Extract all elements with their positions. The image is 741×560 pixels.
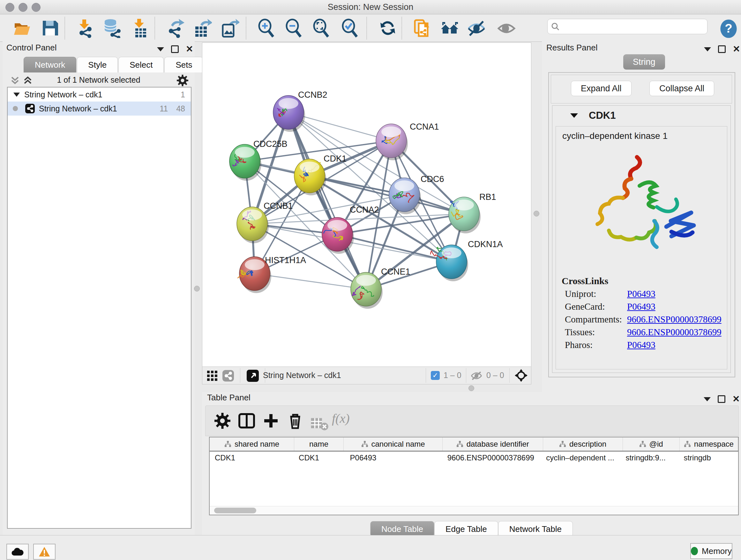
column-header-description[interactable]: description — [543, 437, 623, 451]
table-horizontal-scrollbar[interactable] — [210, 506, 738, 515]
network-collection-row[interactable]: String Network – cdk1 1 — [8, 87, 191, 102]
network-node[interactable]: CCNB2 — [273, 90, 327, 132]
network-node[interactable]: CDC6 — [389, 174, 444, 214]
network-row[interactable]: String Network – cdk1 11 48 — [8, 102, 191, 116]
node-label: RB1 — [479, 192, 496, 202]
left-splitter-handle[interactable] — [194, 286, 200, 292]
column-header-namespace[interactable]: namespace — [680, 437, 738, 451]
network-node[interactable]: CDKN1A — [430, 240, 503, 281]
tab-edge-table[interactable]: Edge Table — [434, 521, 498, 537]
grid-view-icon[interactable] — [207, 370, 218, 381]
panel-float-icon[interactable] — [718, 45, 726, 53]
network-options-gear-icon[interactable] — [176, 74, 189, 87]
table-cell[interactable]: CDK1 — [210, 451, 293, 464]
table-cell[interactable]: P06493 — [345, 451, 442, 464]
export-table-icon[interactable] — [192, 18, 212, 38]
crosslink-value-link[interactable]: P06493 — [627, 301, 656, 312]
tab-network[interactable]: Network — [23, 57, 76, 72]
current-network-title: String Network – cdk1 — [263, 371, 341, 380]
tab-node-table[interactable]: Node Table — [370, 521, 434, 537]
zoom-selected-icon[interactable] — [340, 18, 360, 38]
cloud-button[interactable] — [6, 544, 29, 560]
panel-menu-icon[interactable] — [704, 47, 711, 51]
column-header-name[interactable]: name — [294, 437, 344, 451]
open-file-icon[interactable] — [12, 18, 32, 38]
show-all-icon[interactable] — [496, 18, 516, 38]
import-database-icon[interactable] — [102, 18, 122, 38]
expand-all-button[interactable]: Expand All — [571, 81, 631, 96]
refresh-layout-icon[interactable] — [378, 18, 398, 38]
tab-network-table[interactable]: Network Table — [498, 521, 573, 537]
table-options-gear-icon[interactable] — [213, 412, 232, 430]
network-node[interactable]: RB1 — [449, 192, 496, 233]
column-header-database-identifier[interactable]: database identifier — [443, 437, 543, 451]
selected-count-checkbox[interactable]: ✓ — [431, 371, 440, 380]
column-header-shared-name[interactable]: shared name — [210, 437, 294, 451]
network-node[interactable]: HIST1H1A — [238, 255, 306, 293]
network-share-icon[interactable] — [222, 370, 234, 382]
delete-column-icon[interactable] — [286, 412, 305, 430]
show-columns-icon[interactable] — [238, 412, 256, 430]
bottom-splitter-handle[interactable] — [468, 385, 474, 391]
tab-style[interactable]: Style — [77, 57, 118, 72]
toolbar-separator — [401, 17, 402, 39]
warning-icon — [39, 547, 50, 557]
column-header-canonical-name[interactable]: canonical name — [344, 437, 443, 451]
crosslink-value-link[interactable]: 9606.ENSP00000378699 — [627, 327, 722, 337]
import-network-icon[interactable] — [75, 18, 94, 38]
memory-button[interactable]: Memory — [690, 543, 732, 559]
right-splitter-handle[interactable] — [534, 211, 539, 216]
panel-close-icon[interactable]: ✕ — [186, 46, 193, 52]
panel-close-icon[interactable]: ✕ — [733, 46, 740, 52]
table-tabs: Node TableEdge TableNetwork Table — [202, 521, 741, 537]
export-image-icon[interactable] — [219, 18, 239, 38]
memory-status-dot — [691, 547, 698, 555]
table-cell[interactable]: stringdb:9... — [620, 451, 678, 464]
node-description: cyclin–dependent kinase 1 — [562, 131, 727, 141]
warnings-button[interactable] — [33, 544, 56, 560]
import-table-icon[interactable] — [130, 18, 150, 38]
node-result-header[interactable]: CDK1 — [552, 106, 731, 125]
table-cell[interactable]: CDK1 — [293, 451, 345, 464]
collapse-entry-icon[interactable] — [570, 113, 578, 118]
save-session-icon[interactable] — [40, 18, 60, 38]
crosslink-value-link[interactable]: P06493 — [627, 340, 656, 350]
zoom-in-icon[interactable] — [257, 18, 276, 38]
crosslink-value-link[interactable]: 9606.ENSP00000378699 — [627, 314, 722, 325]
tab-sets[interactable]: Sets — [164, 57, 203, 72]
collection-expander-icon[interactable] — [13, 92, 20, 97]
table-cell[interactable]: stringdb — [678, 451, 738, 464]
panel-menu-icon[interactable] — [704, 397, 711, 401]
network-node[interactable]: CCNA1 — [376, 122, 439, 160]
crosslink-value-link[interactable]: P06493 — [627, 289, 656, 299]
table-cell[interactable]: 9606.ENSP00000378699 — [442, 451, 541, 464]
tab-string[interactable]: String — [623, 54, 665, 70]
help-icon[interactable]: ? — [719, 19, 738, 39]
navigator-crosshair-icon[interactable] — [515, 369, 528, 382]
panel-close-icon[interactable]: ✕ — [732, 396, 740, 402]
search-input[interactable] — [562, 20, 704, 33]
collapse-all-button[interactable]: Collapse All — [650, 81, 714, 96]
column-header--id[interactable]: @id — [623, 437, 680, 451]
first-neighbors-icon[interactable] — [440, 18, 460, 38]
panel-float-icon[interactable] — [718, 395, 725, 403]
panel-menu-icon[interactable] — [157, 47, 164, 51]
zoom-fit-icon[interactable] — [312, 18, 331, 38]
open-in-window-icon[interactable] — [246, 369, 259, 382]
column-type-icon — [361, 441, 368, 448]
zoom-out-icon[interactable] — [284, 18, 304, 38]
add-column-icon[interactable] — [262, 412, 280, 430]
export-network-icon[interactable] — [165, 18, 185, 38]
panel-float-icon[interactable] — [171, 45, 179, 53]
network-node[interactable]: CDC25B — [229, 139, 287, 181]
hide-selected-icon[interactable] — [467, 18, 486, 38]
function-builder-icon: f(x) — [332, 411, 350, 426]
scrollbar-thumb[interactable] — [214, 508, 256, 513]
copy-network-icon[interactable] — [412, 18, 432, 38]
table-row[interactable]: CDK1CDK1P064939606.ENSP00000378699cyclin… — [210, 451, 738, 464]
network-edge[interactable] — [255, 273, 366, 289]
network-node[interactable]: CDK1 — [294, 154, 347, 195]
tab-select[interactable]: Select — [118, 57, 164, 72]
network-canvas[interactable]: CCNB2CCNA1CDC25BCDK1CDC6RB1CCNB1CCNA2CDK… — [202, 43, 531, 367]
table-cell[interactable]: cyclin–dependent ... — [541, 451, 620, 464]
